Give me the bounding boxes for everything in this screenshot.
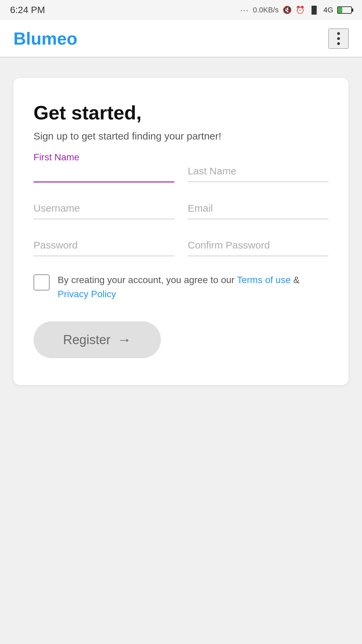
last-name-field (188, 162, 328, 182)
top-nav: Blumeo (0, 20, 362, 57)
signal-bars-icon: ▐▌ (309, 6, 319, 14)
card-subtitle: Sign up to get started finding your part… (34, 130, 328, 142)
privacy-link[interactable]: Privacy Policy (58, 289, 116, 299)
first-name-input[interactable] (34, 162, 174, 182)
battery-icon (337, 6, 352, 14)
terms-link[interactable]: Terms of use (237, 275, 291, 285)
network-type: 4G (323, 6, 333, 14)
confirm-password-input[interactable] (188, 236, 328, 256)
password-row (34, 236, 328, 256)
email-input[interactable] (188, 199, 328, 219)
more-menu-button[interactable] (328, 29, 349, 49)
first-name-field: First Name (34, 162, 174, 182)
name-row: First Name (34, 162, 328, 182)
register-button-label: Register (63, 333, 111, 347)
register-button[interactable]: Register → (34, 321, 161, 358)
password-field (34, 236, 174, 256)
first-name-label: First Name (34, 152, 79, 163)
agreement-prefix: By creating your account, you agree to o… (58, 275, 237, 285)
status-bar: 6:24 PM ··· 0.0KB/s 🔇 ⏰ ▐▌ 4G (0, 0, 362, 20)
password-input[interactable] (34, 236, 174, 256)
network-speed: 0.0KB/s (253, 6, 279, 14)
username-email-row (34, 199, 328, 219)
status-time: 6:24 PM (10, 5, 45, 15)
arrow-right-icon: → (117, 332, 131, 348)
mute-icon: 🔇 (283, 6, 292, 14)
signal-dots: ··· (240, 5, 249, 15)
terms-checkbox[interactable] (34, 274, 50, 290)
username-field (34, 199, 174, 219)
terms-text: By creating your account, you agree to o… (58, 273, 328, 301)
alarm-icon: ⏰ (296, 6, 305, 14)
email-field (188, 199, 328, 219)
username-input[interactable] (34, 199, 174, 219)
terms-row: By creating your account, you agree to o… (34, 273, 328, 301)
agreement-and: & (293, 275, 300, 285)
signup-card: Get started, Sign up to get started find… (13, 78, 349, 385)
three-dots-icon (337, 32, 340, 45)
last-name-input[interactable] (188, 162, 328, 182)
confirm-password-field (188, 236, 328, 256)
main-content: Get started, Sign up to get started find… (0, 58, 362, 644)
card-title: Get started, (34, 101, 328, 124)
status-right-icons: ··· 0.0KB/s 🔇 ⏰ ▐▌ 4G (240, 5, 352, 15)
app-title: Blumeo (13, 29, 77, 49)
